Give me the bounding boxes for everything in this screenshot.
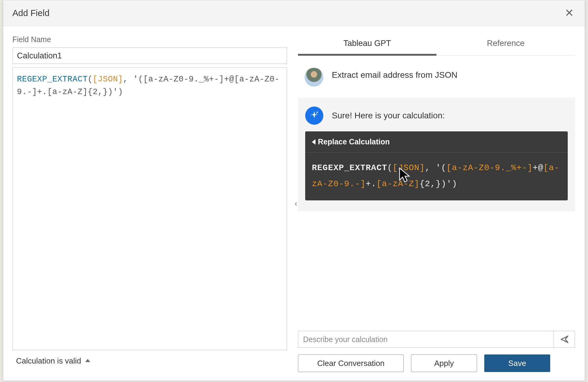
save-button[interactable]: Save <box>484 354 550 372</box>
suggested-calculation-block: Replace Calculation REGEXP_EXTRACT([JSON… <box>305 131 568 200</box>
chevron-up-icon <box>85 359 90 362</box>
close-icon: ✕ <box>565 7 574 19</box>
replace-calculation-label: Replace Calculation <box>318 137 390 146</box>
prompt-row <box>298 331 575 348</box>
user-avatar <box>305 68 323 87</box>
button-row: Clear Conversation Apply Save <box>298 354 575 372</box>
field-name-input[interactable] <box>12 48 287 64</box>
modal-body: Field Name REGEXP_EXTRACT([JSON], '([a-z… <box>3 26 585 380</box>
tabs: Tableau GPT Reference <box>298 32 575 56</box>
collapse-panel-button[interactable]: ‹ <box>292 196 300 210</box>
ai-message-header: Sure! Here is your calculation: <box>305 107 568 125</box>
token-function: REGEXP_EXTRACT <box>17 75 88 84</box>
chat-user-message: Extract email address from JSON <box>298 64 575 97</box>
suggested-calculation-code: REGEXP_EXTRACT([JSON], '([a-zA-Z0-9._%+-… <box>305 153 568 200</box>
tab-tableau-gpt[interactable]: Tableau GPT <box>298 32 436 55</box>
replace-calculation-button[interactable]: Replace Calculation <box>305 131 568 153</box>
apply-button[interactable]: Apply <box>411 354 477 372</box>
tab-reference[interactable]: Reference <box>436 32 575 55</box>
status-row[interactable]: Calculation is valid <box>12 350 281 371</box>
send-button[interactable] <box>554 331 575 347</box>
right-pane: Tableau GPT Reference Extract email addr… <box>290 26 585 380</box>
validation-status: Calculation is valid <box>16 356 81 366</box>
triangle-left-icon <box>312 139 315 145</box>
field-name-label: Field Name <box>12 35 281 44</box>
clear-conversation-button[interactable]: Clear Conversation <box>298 354 404 372</box>
chat-area: Extract email address from JSON Sure! He… <box>298 64 575 331</box>
modal-header: Add Field ✕ <box>3 0 585 26</box>
svg-point-0 <box>317 112 318 113</box>
user-message-text: Extract email address from JSON <box>332 68 457 80</box>
chevron-left-icon: ‹ <box>295 199 297 208</box>
modal-title: Add Field <box>12 8 50 18</box>
left-pane: Field Name REGEXP_EXTRACT([JSON], '([a-z… <box>3 26 290 380</box>
send-icon <box>560 335 569 344</box>
add-field-modal: Add Field ✕ Field Name REGEXP_EXTRACT([J… <box>3 0 585 381</box>
prompt-input[interactable] <box>298 331 554 347</box>
svg-point-1 <box>316 113 317 114</box>
ai-intro-text: Sure! Here is your calculation: <box>332 111 445 120</box>
token-field: [JSON] <box>93 75 123 84</box>
close-button[interactable]: ✕ <box>563 6 576 20</box>
calculation-editor[interactable]: REGEXP_EXTRACT([JSON], '([a-zA-Z0-9._%+-… <box>12 68 287 350</box>
ai-sparkle-icon <box>305 107 323 125</box>
chat-ai-message: Sure! Here is your calculation: Replace … <box>298 97 575 211</box>
